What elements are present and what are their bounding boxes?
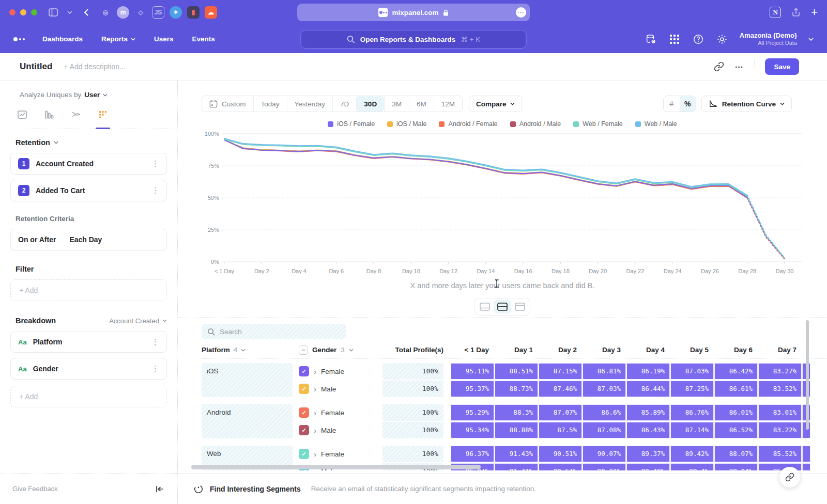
layout-table-only-button[interactable]	[512, 300, 528, 313]
legend-item[interactable]: Web / Female	[573, 120, 623, 128]
new-tab-icon[interactable]: +	[811, 7, 818, 18]
retention-value-cell[interactable]: 86.43%	[626, 422, 670, 438]
kebab-menu-icon[interactable]: ⋮	[151, 337, 159, 346]
column-header-gender[interactable]: − Gender 3	[299, 345, 382, 355]
retention-value-cell[interactable]: 87.07%	[539, 404, 582, 421]
retention-value-cell[interactable]: 86.76%	[670, 404, 714, 421]
retention-value-cell[interactable]: 87.25%	[670, 381, 714, 397]
range-yesterday[interactable]: Yesterday	[287, 96, 333, 112]
column-header-day[interactable]: Day 7	[758, 346, 802, 354]
table-search-input[interactable]	[220, 328, 333, 336]
retention-value-cell[interactable]: 91.43%	[495, 446, 538, 462]
column-header-day[interactable]: < 1 Day	[451, 346, 495, 354]
retention-step-1[interactable]: 1 Account Created ⋮	[10, 153, 167, 175]
retention-value-cell[interactable]: 90.07%	[583, 446, 626, 462]
retention-value-cell[interactable]: 87.14%	[670, 422, 714, 438]
sidebar-toggle-icon[interactable]	[47, 6, 60, 19]
breakdown-property-platform[interactable]: Aa Platform ⋮	[10, 331, 167, 353]
column-header-day[interactable]: Day 1	[495, 346, 539, 354]
column-header-total[interactable]: Total Profile(s)	[382, 346, 443, 354]
retention-value-cell[interactable]: 86.61%	[714, 381, 758, 397]
chevron-down-icon[interactable]	[63, 6, 76, 19]
retention-value-cell[interactable]: 88.07%	[714, 446, 758, 462]
kebab-menu-icon[interactable]: ⋮	[151, 159, 159, 168]
retention-value-cell[interactable]: 88.88%	[495, 422, 538, 438]
retention-value-cell[interactable]: 89.48%	[626, 463, 670, 470]
retention-value-cell[interactable]: 95.11%	[451, 363, 494, 380]
retention-value-cell[interactable]: 91.41%	[495, 463, 538, 470]
retention-value-cell[interactable]: 85.89%	[626, 404, 670, 421]
bird-extension[interactable]: ✶	[170, 6, 182, 19]
retention-value-cell[interactable]: 87.5%	[539, 422, 582, 438]
mixpanel-logo[interactable]	[13, 37, 25, 41]
retention-value-cell[interactable]: 86.44%	[626, 381, 670, 397]
add-filter-button[interactable]: + Add	[10, 279, 167, 301]
retention-value-cell[interactable]: 86.01%	[714, 404, 758, 421]
apps-grid-icon[interactable]	[668, 33, 681, 45]
copy-link-icon[interactable]	[714, 61, 724, 72]
collapse-sidebar-icon[interactable]	[156, 485, 164, 493]
settings-gear-icon[interactable]	[716, 33, 728, 45]
add-description[interactable]: + Add description...	[64, 62, 125, 71]
retention-value-cell[interactable]: 83.27%	[758, 363, 802, 380]
gender-cell[interactable]: ✓›Male	[299, 422, 376, 438]
chevron-right-icon[interactable]: ›	[314, 450, 316, 459]
share-icon[interactable]	[791, 7, 801, 18]
retention-value-cell[interactable]: 86.52%	[714, 422, 758, 438]
chevron-right-icon[interactable]: ›	[314, 385, 316, 393]
gender-cell[interactable]: ✓›Female	[299, 446, 376, 462]
retention-value-cell[interactable]: 88.04%	[714, 463, 758, 470]
password-extension[interactable]: ▮	[187, 6, 200, 19]
legend-item[interactable]: Android / Male	[510, 120, 561, 128]
checkbox-checked-icon[interactable]: ✓	[299, 384, 309, 394]
kebab-menu-icon[interactable]: ⋮	[151, 186, 159, 195]
table-search[interactable]	[202, 324, 346, 339]
retention-value-cell[interactable]: 87.15%	[539, 363, 582, 380]
criteria-mode[interactable]: On or After	[18, 235, 56, 244]
breakdown-property-gender[interactable]: Aa Gender ⋮	[10, 358, 167, 380]
retention-value-cell[interactable]: 85.52%	[758, 446, 802, 462]
checkbox-checked-icon[interactable]: ✓	[299, 407, 309, 418]
layout-chart-only-button[interactable]	[477, 300, 493, 313]
chevron-right-icon[interactable]: ›	[314, 426, 316, 435]
chevron-right-icon[interactable]: ›	[314, 408, 316, 417]
retention-value-cell[interactable]: 89.37%	[626, 446, 670, 462]
checkbox-checked-icon[interactable]: ✓	[299, 449, 309, 459]
retention-value-cell[interactable]: 95.29%	[451, 404, 494, 421]
breakdown-on-dropdown[interactable]: Account Created	[109, 317, 167, 325]
give-feedback-link[interactable]: Give Feedback	[12, 485, 57, 493]
range-7d[interactable]: 7D	[332, 96, 356, 112]
tab-retention[interactable]	[97, 109, 109, 120]
cube-extension[interactable]: ◇	[134, 6, 147, 19]
range-custom[interactable]: Custom	[202, 96, 253, 112]
criteria-interval[interactable]: Each Day	[69, 235, 102, 244]
notion-tab-icon[interactable]: N	[770, 7, 781, 18]
vertical-scrollbar[interactable]	[806, 320, 809, 430]
gender-cell[interactable]: ✓›Female	[299, 363, 376, 380]
retention-value-cell[interactable]: 87.03%	[583, 381, 626, 397]
retention-value-cell[interactable]: 83.22%	[758, 422, 802, 438]
range-today[interactable]: Today	[253, 96, 287, 112]
range-6m[interactable]: 6M	[409, 96, 434, 112]
segments-title[interactable]: Find Interesting Segments	[210, 485, 301, 493]
absolute-count-toggle[interactable]: #	[664, 96, 680, 112]
legend-item[interactable]: iOS / Male	[387, 120, 426, 128]
range-3m[interactable]: 3M	[384, 96, 409, 112]
checkbox-checked-icon[interactable]: ✓	[299, 425, 309, 435]
legend-item[interactable]: iOS / Female	[328, 120, 375, 128]
extensions-bubble-icon[interactable]: ···	[516, 7, 526, 18]
tab-flows[interactable]	[70, 109, 82, 120]
address-bar[interactable]: mixpanel.com ···	[297, 4, 530, 21]
target-extension[interactable]: ◎	[99, 6, 112, 19]
retention-value-cell[interactable]: 96.37%	[451, 446, 494, 462]
checkbox-checked-icon[interactable]: ✓	[299, 366, 309, 376]
retention-value-cell[interactable]: 86.19%	[626, 363, 670, 380]
compare-button[interactable]: Compare	[469, 96, 523, 112]
avatar-m-extension[interactable]: m	[117, 6, 129, 19]
gender-cell[interactable]: ✓›Male	[299, 381, 376, 397]
legend-item[interactable]: Android / Female	[439, 120, 497, 128]
column-header-day[interactable]: Day 6	[714, 346, 758, 354]
share-link-floating-button[interactable]	[779, 467, 800, 487]
retention-value-cell[interactable]: 83.01%	[758, 404, 802, 421]
range-12m[interactable]: 12M	[434, 96, 462, 112]
